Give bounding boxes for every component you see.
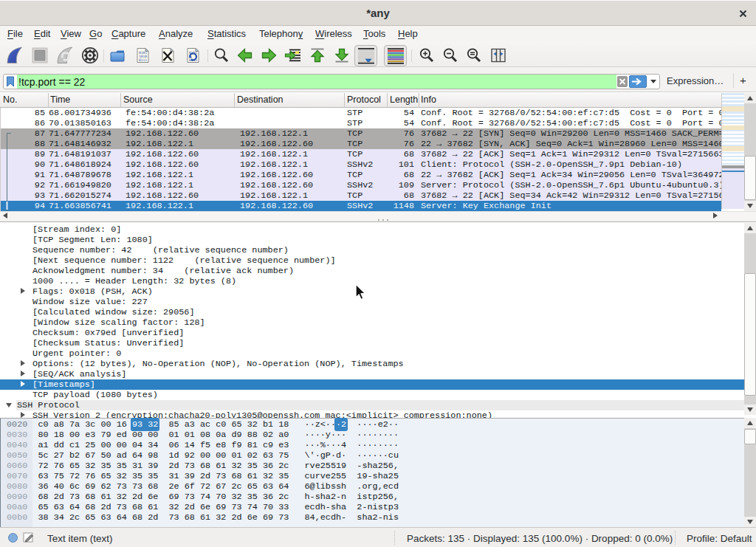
- svg-text:0111: 0111: [139, 58, 147, 62]
